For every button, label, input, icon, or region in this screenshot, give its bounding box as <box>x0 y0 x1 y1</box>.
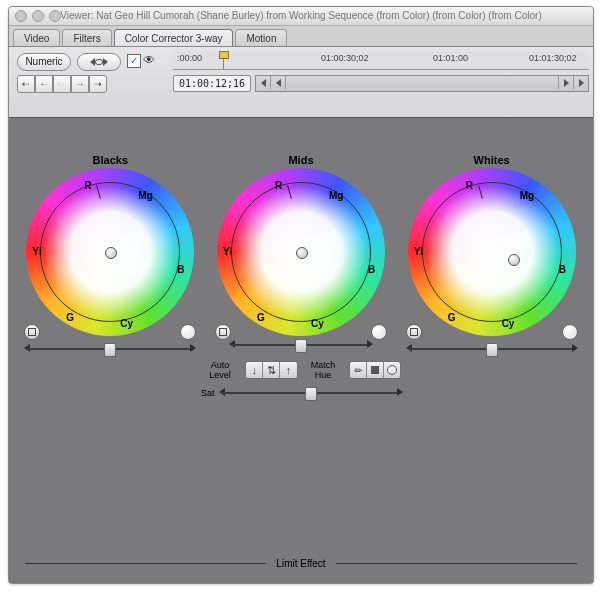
copy-to-2fwd-button[interactable]: ⇢ <box>89 75 107 93</box>
match-hue-label: Match Hue <box>304 360 343 380</box>
blacks-eyedropper-button[interactable] <box>180 324 196 340</box>
mids-level-slider[interactable] <box>231 338 371 352</box>
copy-from-2back-button[interactable]: ⇠ <box>17 75 35 93</box>
copy-to-1fwd-button[interactable]: → <box>71 75 89 93</box>
keyframe-strip[interactable] <box>255 75 589 92</box>
mids-group: Mids R Mg Yl B G Cy <box>211 154 391 356</box>
chevron-right-icon <box>579 79 584 87</box>
axis-g: G <box>66 312 74 323</box>
next-keyframe-button[interactable] <box>573 76 588 89</box>
prev-keyframe-button-2[interactable] <box>271 76 286 89</box>
axis-g: G <box>257 312 265 323</box>
tab-motion[interactable]: Motion <box>235 29 287 46</box>
effect-enabled-checkbox[interactable]: ✓ <box>127 54 141 68</box>
whites-color-wheel[interactable]: R Mg Yl B G Cy <box>408 168 576 336</box>
clip-nav-buttons[interactable] <box>77 53 121 71</box>
ruler[interactable]: :00:00 01:00:30;02 01:01:00 01:01:30;02 <box>173 51 589 70</box>
axis-mg: Mg <box>138 190 152 201</box>
limit-effect-label: Limit Effect <box>276 558 325 569</box>
axis-r: R <box>466 180 473 191</box>
slider-knob[interactable] <box>295 339 307 353</box>
saturation-slider[interactable] <box>221 386 401 400</box>
axis-cy: Cy <box>502 318 515 329</box>
slider-max-icon <box>397 388 403 396</box>
slider-max-icon <box>367 340 373 348</box>
axis-r: R <box>84 180 91 191</box>
current-timecode-field[interactable]: 01:00:12;16 <box>173 75 251 92</box>
next-keyframe-button-2[interactable] <box>558 76 573 89</box>
axis-r: R <box>275 180 282 191</box>
window-title: Viewer: Nat Geo Hill Cumorah (Shane Burl… <box>60 10 541 21</box>
prev-keyframe-button[interactable] <box>256 76 271 89</box>
minimize-icon[interactable] <box>32 10 44 22</box>
chevron-left-icon <box>261 79 266 87</box>
slider-knob[interactable] <box>104 343 116 357</box>
auto-black-button[interactable]: ↓ <box>246 362 263 378</box>
whites-reset-button[interactable] <box>406 324 422 340</box>
mids-eyedropper-button[interactable] <box>371 324 387 340</box>
visibility-eye-icon[interactable]: 👁 <box>143 53 155 67</box>
whites-level-slider[interactable] <box>408 342 576 356</box>
blacks-reset-button[interactable] <box>24 324 40 340</box>
axis-b: B <box>559 264 566 275</box>
slider-knob[interactable] <box>305 387 317 401</box>
tab-video[interactable]: Video <box>13 29 60 46</box>
chevron-right-icon <box>103 58 120 66</box>
axis-cy: Cy <box>120 318 133 329</box>
whites-label: Whites <box>402 154 582 166</box>
auto-level-buttons: ↓ ⇅ ↑ <box>245 361 297 379</box>
viewer-window: Viewer: Nat Geo Hill Cumorah (Shane Burl… <box>8 6 594 584</box>
playhead[interactable] <box>223 51 224 69</box>
ruler-label: 01:01:30;02 <box>529 53 577 63</box>
mids-label: Mids <box>211 154 391 166</box>
toolbar: Numeric ✓ 👁 ⇠ ← ☞ → ⇢ :00:00 01:00:30;02… <box>9 47 593 118</box>
sat-label: Sat <box>201 388 215 398</box>
auto-white-button[interactable]: ↑ <box>280 362 296 378</box>
blacks-color-wheel[interactable]: R Mg Yl B G Cy <box>26 168 194 336</box>
axis-yl: Yl <box>414 246 423 257</box>
balance-handle[interactable] <box>508 254 520 266</box>
circle-icon <box>387 365 397 375</box>
match-hue-swatch-button[interactable] <box>367 362 384 378</box>
whites-eyedropper-button[interactable] <box>562 324 578 340</box>
tab-filters[interactable]: Filters <box>62 29 111 46</box>
mini-timeline: :00:00 01:00:30;02 01:01:00 01:01:30;02 … <box>169 47 593 117</box>
match-hue-reset-button[interactable] <box>384 362 400 378</box>
copy-from-1back-button[interactable]: ← <box>35 75 53 93</box>
balance-handle[interactable] <box>296 247 308 259</box>
match-hue-buttons: ✎ <box>349 361 401 379</box>
prev-clip-button[interactable] <box>78 54 95 70</box>
drag-filter-button[interactable]: ☞ <box>53 75 71 93</box>
mids-reset-button[interactable] <box>215 324 231 340</box>
ruler-label: :00:00 <box>177 53 202 63</box>
copy-paste-group: ⇠ ← ☞ → ⇢ <box>17 75 107 93</box>
center-controls: Auto Level ↓ ⇅ ↑ Match Hue ✎ Sat <box>201 360 401 400</box>
window-traffic-lights[interactable] <box>15 10 61 22</box>
limit-effect-divider[interactable]: Limit Effect <box>25 558 577 569</box>
window-titlebar: Viewer: Nat Geo Hill Cumorah (Shane Burl… <box>9 7 593 26</box>
ruler-label: 01:00:30;02 <box>321 53 369 63</box>
auto-level-label: Auto Level <box>201 360 239 380</box>
match-hue-eyedropper-button[interactable]: ✎ <box>350 362 367 378</box>
ruler-label: 01:01:00 <box>433 53 468 63</box>
axis-yl: Yl <box>223 246 232 257</box>
auto-contrast-button[interactable]: ⇅ <box>263 362 280 378</box>
axis-mg: Mg <box>329 190 343 201</box>
close-icon[interactable] <box>15 10 27 22</box>
axis-b: B <box>177 264 184 275</box>
tab-color-corrector-3way[interactable]: Color Corrector 3-way <box>114 29 234 46</box>
chevron-left-icon <box>78 58 95 66</box>
divider-line <box>25 563 266 564</box>
blacks-level-slider[interactable] <box>26 342 194 356</box>
mids-color-wheel[interactable]: R Mg Yl B G Cy <box>217 168 385 336</box>
slider-knob[interactable] <box>486 343 498 357</box>
keyframe-icon <box>95 59 103 65</box>
next-clip-button[interactable] <box>103 54 120 70</box>
axis-cy: Cy <box>311 318 324 329</box>
numeric-button[interactable]: Numeric <box>17 53 71 71</box>
chevron-right-icon <box>564 79 569 87</box>
slider-max-icon <box>190 344 196 352</box>
axis-b: B <box>368 264 375 275</box>
viewer-tabs: Video Filters Color Corrector 3-way Moti… <box>9 26 593 47</box>
zoom-icon[interactable] <box>49 10 61 22</box>
